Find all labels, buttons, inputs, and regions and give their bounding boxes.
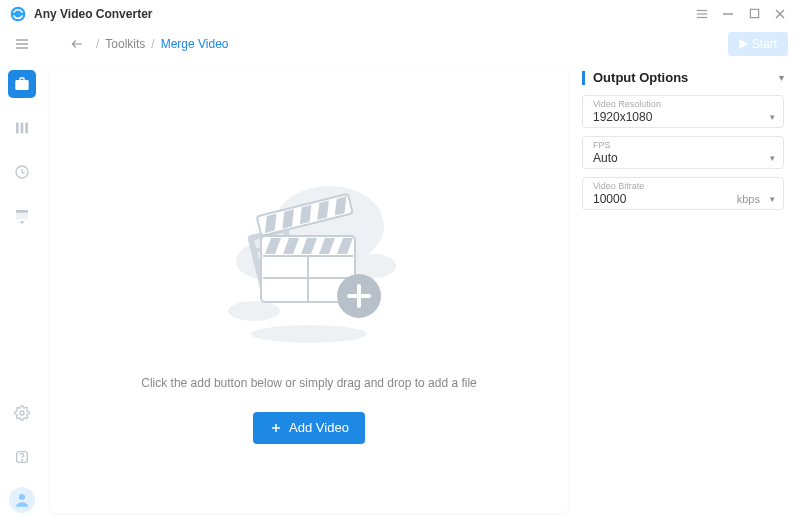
minimize-icon[interactable]: [718, 4, 738, 24]
maximize-icon[interactable]: [744, 4, 764, 24]
video-resolution-select[interactable]: Video Resolution 1920x1080 ▾: [582, 95, 784, 128]
sidebar: [0, 60, 44, 523]
app-logo-icon: [10, 6, 26, 22]
svg-marker-17: [19, 221, 24, 224]
video-bitrate-unit: kbps: [737, 193, 760, 205]
video-bitrate-label: Video Bitrate: [593, 181, 775, 191]
output-options-title: Output Options: [593, 70, 779, 85]
back-icon[interactable]: [68, 35, 86, 53]
add-video-button[interactable]: Add Video: [253, 412, 365, 444]
fps-value: Auto: [593, 151, 770, 165]
breadcrumb-sep: /: [96, 37, 99, 51]
svg-marker-12: [739, 39, 747, 49]
svg-rect-15: [25, 123, 28, 134]
svg-rect-5: [750, 9, 758, 17]
add-video-label: Add Video: [289, 420, 349, 435]
video-resolution-value: 1920x1080: [593, 110, 770, 124]
output-options-header: Output Options ▾: [582, 70, 784, 85]
video-bitrate-value: 10000: [593, 192, 737, 206]
breadcrumb: / Toolkits / Merge Video: [96, 37, 229, 51]
sidebar-item-toolkits[interactable]: [8, 70, 36, 98]
start-button-label: Start: [752, 37, 777, 51]
toolbar: / Toolkits / Merge Video Start: [0, 28, 800, 60]
plus-icon: [269, 421, 283, 435]
play-icon: [739, 39, 748, 49]
svg-rect-13: [16, 123, 19, 134]
sidebar-item-help[interactable]: [8, 443, 36, 471]
close-icon[interactable]: [770, 4, 790, 24]
menu-icon[interactable]: [692, 4, 712, 24]
breadcrumb-sep: /: [151, 37, 154, 51]
sidebar-item-history[interactable]: [8, 158, 36, 186]
fps-label: FPS: [593, 140, 775, 150]
svg-rect-14: [21, 123, 24, 134]
sidebar-item-library[interactable]: [8, 114, 36, 142]
empty-state-illustration: [199, 166, 419, 346]
start-button[interactable]: Start: [728, 32, 788, 56]
svg-point-21: [19, 494, 25, 500]
svg-point-20: [21, 460, 22, 461]
video-resolution-label: Video Resolution: [593, 99, 775, 109]
svg-point-0: [11, 6, 26, 21]
empty-state-hint: Click the add button below or simply dra…: [141, 376, 477, 390]
chevron-down-icon: ▾: [770, 112, 775, 122]
svg-point-26: [251, 325, 367, 343]
chevron-down-icon: ▾: [770, 153, 775, 163]
avatar[interactable]: [9, 487, 35, 513]
app-title: Any Video Converter: [34, 7, 152, 21]
video-bitrate-input[interactable]: Video Bitrate 10000 kbps ▾: [582, 177, 784, 210]
output-options-panel: Output Options ▾ Video Resolution 1920x1…: [578, 66, 790, 513]
breadcrumb-current: Merge Video: [161, 37, 229, 51]
hamburger-icon[interactable]: [12, 34, 32, 54]
fps-select[interactable]: FPS Auto ▾: [582, 136, 784, 169]
chevron-down-icon: ▾: [770, 194, 775, 204]
sidebar-item-settings[interactable]: [8, 399, 36, 427]
svg-point-25: [228, 301, 280, 321]
breadcrumb-parent[interactable]: Toolkits: [105, 37, 145, 51]
main-panel: Click the add button below or simply dra…: [50, 66, 568, 513]
collapse-icon[interactable]: ▾: [779, 72, 784, 83]
accent-bar: [582, 71, 585, 85]
sidebar-item-downloads[interactable]: [8, 202, 36, 230]
title-bar: Any Video Converter: [0, 0, 800, 28]
svg-point-18: [20, 411, 24, 415]
